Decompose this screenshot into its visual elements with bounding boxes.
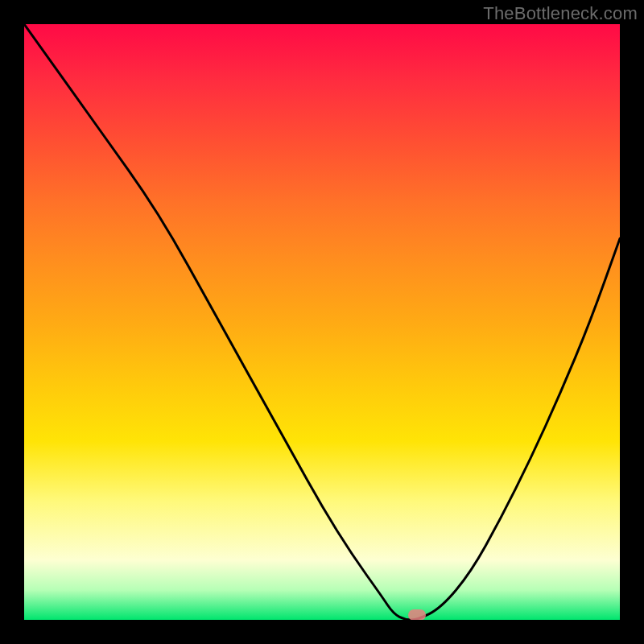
frame-bottom <box>0 620 644 644</box>
plot-area <box>24 24 620 620</box>
frame-left <box>0 0 24 644</box>
frame-right <box>620 0 644 644</box>
optimal-point-marker <box>408 609 426 621</box>
chart-container: TheBottleneck.com <box>0 0 644 644</box>
bottleneck-curve-line <box>24 24 620 620</box>
watermark-label: TheBottleneck.com <box>483 3 638 24</box>
